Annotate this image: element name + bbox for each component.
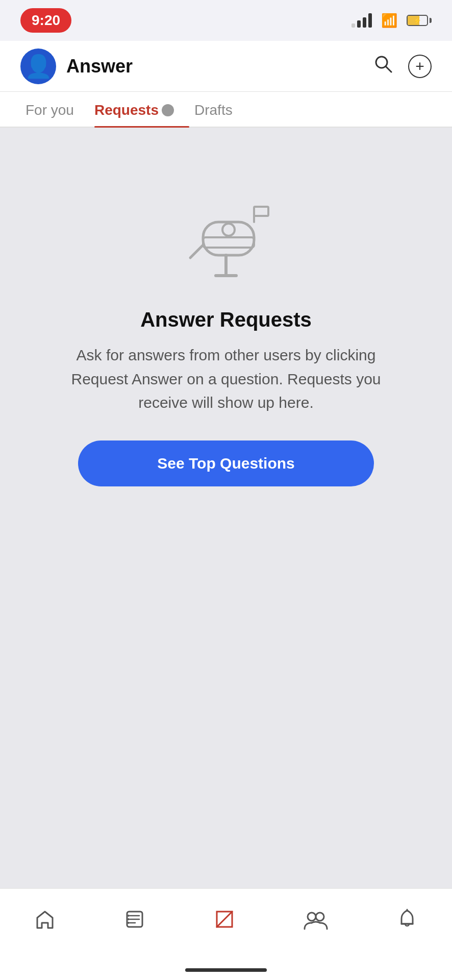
nav-item-answer[interactable] (204, 903, 245, 935)
tabs-bar: For you Requests Drafts (0, 92, 452, 128)
content-area: Answer Requests Ask for answers from oth… (0, 128, 452, 888)
list-icon (124, 909, 145, 930)
svg-point-20 (316, 913, 324, 921)
svg-line-9 (190, 245, 203, 258)
svg-line-18 (217, 912, 232, 927)
header: 👤 Answer + (0, 41, 452, 92)
svg-point-16 (128, 922, 130, 924)
battery-icon: ⚡ (407, 15, 432, 26)
see-top-questions-button[interactable]: See Top Questions (78, 440, 374, 486)
empty-title: Answer Requests (140, 308, 312, 331)
home-indicator (185, 968, 267, 972)
status-time: 9:20 (20, 8, 71, 33)
bell-icon (396, 909, 418, 930)
spaces-icon (304, 909, 328, 930)
nav-item-notifications[interactable] (386, 903, 428, 935)
svg-line-1 (386, 66, 391, 72)
nav-item-feed[interactable] (114, 903, 156, 935)
search-button[interactable] (373, 54, 393, 78)
app-title: Answer (66, 56, 133, 77)
svg-rect-5 (203, 237, 254, 248)
svg-point-6 (222, 224, 235, 236)
mailbox-svg (175, 179, 277, 281)
svg-point-14 (128, 915, 130, 917)
wifi-icon: 📶 (381, 13, 397, 29)
svg-rect-8 (254, 207, 268, 216)
header-right: + (373, 54, 432, 78)
tab-requests[interactable]: Requests (89, 102, 189, 127)
add-button[interactable]: + (408, 55, 432, 78)
answer-icon (214, 909, 235, 930)
home-bar (0, 960, 452, 980)
home-icon (34, 909, 56, 930)
signal-icon (351, 13, 372, 28)
svg-point-19 (308, 913, 316, 921)
tab-drafts[interactable]: Drafts (189, 102, 248, 127)
bottom-nav (0, 888, 452, 960)
plus-icon: + (415, 58, 424, 75)
nav-item-spaces[interactable] (293, 903, 338, 935)
status-icons: 📶 ⚡ (351, 13, 432, 29)
header-left: 👤 Answer (20, 48, 133, 84)
nav-item-home[interactable] (24, 903, 66, 935)
svg-rect-4 (203, 222, 254, 255)
status-bar: 9:20 📶 ⚡ (0, 0, 452, 41)
requests-badge (162, 104, 174, 116)
mailbox-illustration (175, 179, 277, 283)
empty-description: Ask for answers from other users by clic… (53, 344, 399, 415)
svg-point-15 (128, 918, 130, 920)
tab-for-you[interactable]: For you (20, 102, 89, 127)
empty-state: Answer Requests Ask for answers from oth… (53, 308, 399, 486)
avatar-icon: 👤 (24, 55, 53, 78)
avatar[interactable]: 👤 (20, 48, 56, 84)
